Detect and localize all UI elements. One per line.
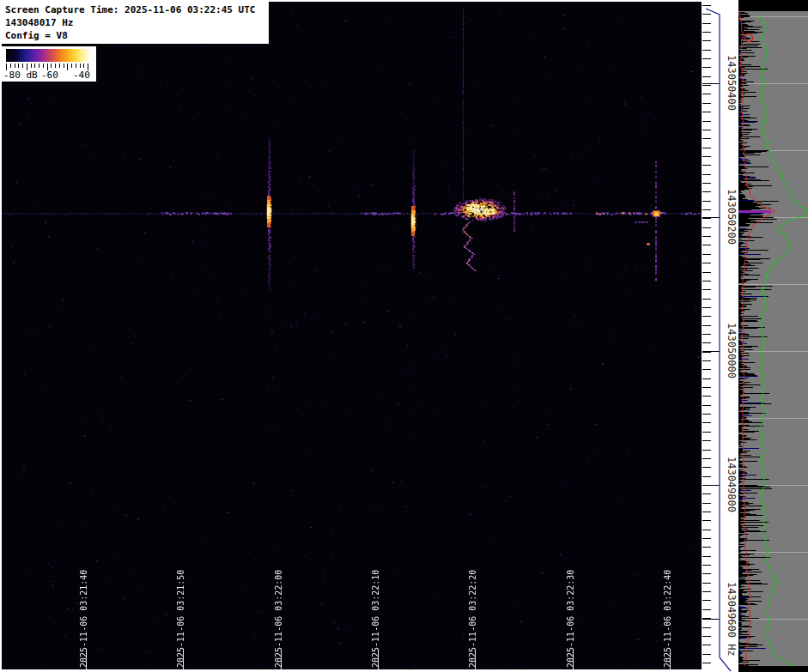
- freq-minor-tick: [702, 174, 711, 175]
- freq-minor-tick: [702, 130, 711, 130]
- center-frequency-text: 143048017 Hz: [5, 16, 269, 29]
- colorbar-tick: [43, 64, 44, 68]
- freq-minor-tick: [702, 422, 711, 423]
- colorbar-tick: [27, 64, 27, 70]
- freq-minor-tick: [702, 520, 711, 521]
- freq-minor-tick: [702, 289, 711, 290]
- freq-minor-tick: [702, 450, 711, 451]
- freq-minor-tick: [702, 556, 711, 557]
- freq-minor-tick: [702, 512, 711, 512]
- colorbar-tick: [47, 64, 48, 70]
- freq-minor-tick: [702, 600, 711, 601]
- freq-tick-label: 143050200: [726, 189, 738, 245]
- freq-minor-tick: [702, 40, 711, 41]
- freq-minor-tick: [702, 94, 711, 94]
- time-tick-label: 2025-11-06 03:22:20: [468, 570, 477, 668]
- config-text: Config = V8: [5, 29, 269, 42]
- freq-minor-tick: [702, 23, 711, 24]
- freq-minor-tick: [702, 201, 711, 202]
- freq-minor-tick: [702, 654, 711, 655]
- freq-minor-tick: [702, 218, 711, 219]
- colorbar-label-min: -80 dB: [3, 70, 38, 81]
- time-tick-label: 2025-11-06 03:22:10: [371, 570, 380, 668]
- capture-info-box: Screen Capture Time: 2025-11-06 03:22:45…: [2, 2, 270, 45]
- colorbar-gradient: [6, 49, 91, 62]
- freq-minor-tick: [702, 334, 711, 335]
- freq-minor-tick: [702, 272, 711, 273]
- time-tick-label: 2025-11-06 03:22:00: [274, 570, 283, 668]
- time-tick-label: 2025-11-06 03:22:30: [566, 570, 575, 668]
- freq-minor-tick: [702, 32, 711, 33]
- freq-tick-label: 143049800: [726, 457, 738, 512]
- time-tick-label: 2025-11-06 03:21:50: [176, 570, 185, 668]
- freq-major-tick: [702, 619, 720, 620]
- colorbar-tick: [6, 64, 7, 70]
- colorbar-label-max: -40: [73, 70, 90, 81]
- freq-minor-tick: [702, 396, 711, 397]
- freq-minor-tick: [702, 583, 711, 584]
- freq-minor-tick: [702, 663, 711, 663]
- colorbar-tick: [18, 64, 19, 68]
- freq-minor-tick: [702, 627, 711, 628]
- time-tick-label: 2025-11-06 03:22:40: [663, 570, 672, 668]
- colorbar-tick: [71, 64, 72, 68]
- freq-minor-tick: [702, 378, 711, 379]
- freq-major-tick: [702, 83, 720, 84]
- freq-minor-tick: [702, 565, 711, 566]
- colorbar-tick: [10, 64, 11, 68]
- colorbar-tick: [31, 64, 32, 68]
- freq-minor-tick: [702, 573, 711, 574]
- colorbar-tick: [39, 64, 39, 68]
- freq-minor-tick: [702, 369, 711, 370]
- freq-minor-tick: [702, 503, 711, 504]
- freq-minor-tick: [702, 58, 711, 59]
- freq-minor-tick: [702, 254, 711, 255]
- freq-minor-tick: [702, 227, 711, 228]
- colorbar-tick: [67, 64, 68, 70]
- spectrum-panel: [738, 0, 808, 672]
- freq-minor-tick: [702, 440, 711, 441]
- colorbar-tick: [15, 64, 15, 68]
- time-tick-label: 2025-11-06 03:21:40: [79, 570, 88, 668]
- freq-minor-tick: [702, 493, 711, 494]
- freq-minor-tick: [702, 538, 711, 539]
- freq-minor-tick: [702, 530, 711, 530]
- freq-minor-tick: [702, 156, 711, 157]
- capture-time-text: Screen Capture Time: 2025-11-06 03:22:45…: [5, 3, 269, 16]
- freq-major-tick: [702, 217, 720, 218]
- colorbar-tick: [80, 64, 81, 68]
- freq-minor-tick: [702, 387, 711, 388]
- colorbar-tick: [88, 64, 88, 70]
- freq-minor-tick: [702, 636, 711, 637]
- freq-minor-tick: [702, 236, 711, 237]
- colorbar-tick: [34, 64, 35, 68]
- freq-minor-tick: [702, 405, 711, 406]
- freq-major-tick: [702, 485, 720, 486]
- freq-minor-tick: [702, 138, 711, 139]
- freq-minor-tick: [702, 342, 711, 343]
- freq-minor-tick: [702, 609, 711, 610]
- freq-minor-tick: [702, 165, 711, 166]
- freq-minor-tick: [702, 458, 711, 459]
- freq-minor-tick: [702, 325, 711, 326]
- freq-minor-tick: [702, 360, 711, 361]
- freq-minor-tick: [702, 281, 711, 282]
- freq-minor-tick: [702, 591, 711, 592]
- freq-minor-tick: [702, 476, 711, 477]
- freq-minor-tick: [702, 414, 711, 415]
- intensity-colorbar: -80 dB -60 -40: [2, 46, 96, 82]
- freq-minor-tick: [702, 5, 711, 6]
- freq-minor-tick: [702, 148, 711, 148]
- freq-minor-tick: [702, 85, 711, 86]
- colorbar-label-mid: -60: [41, 70, 58, 81]
- freq-minor-tick: [702, 263, 711, 263]
- freq-minor-tick: [702, 645, 711, 645]
- colorbar-tick: [55, 64, 56, 68]
- freq-minor-tick: [702, 76, 711, 77]
- freq-minor-tick: [702, 547, 711, 548]
- freq-minor-tick: [702, 112, 711, 112]
- freq-minor-tick: [702, 103, 711, 104]
- freq-minor-tick: [702, 316, 711, 317]
- freq-minor-tick: [702, 299, 711, 300]
- freq-minor-tick: [702, 432, 711, 433]
